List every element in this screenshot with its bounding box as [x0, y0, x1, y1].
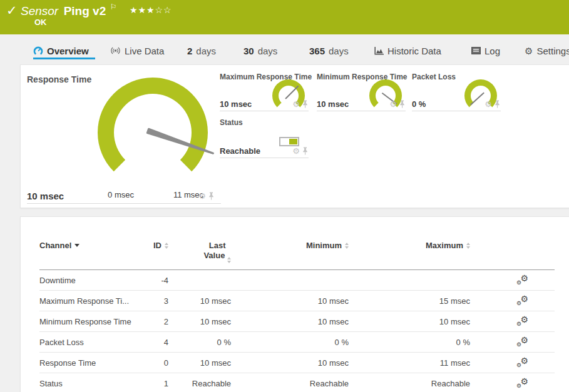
gear-icon: ⚙: [525, 46, 533, 56]
channel-settings-icon[interactable]: ⚙⚙: [517, 357, 528, 367]
column-header-channel[interactable]: Channel: [39, 241, 79, 250]
tab-label: Log: [484, 46, 500, 56]
gauge-title: Status: [220, 118, 243, 127]
column-header-last-value[interactable]: LastValue: [203, 241, 231, 263]
table-row-packet-loss[interactable]: Packet Loss 4 0 % 0 % 0 % ⚙⚙: [39, 332, 555, 353]
gauge-value: 10 msec: [317, 99, 349, 109]
gauge-actions: ⚙: [198, 192, 215, 200]
tab-number: 2: [187, 46, 192, 56]
gauge-value: 10 msec: [27, 191, 64, 201]
response-time-gauge: [84, 70, 222, 203]
tab-number: 30: [243, 46, 254, 56]
tab-bar: Overview Live Data 2 days 30 days 365 da…: [0, 34, 569, 64]
tab-30-days[interactable]: 30 days: [243, 43, 277, 58]
pin-icon[interactable]: [302, 147, 309, 155]
channel-maximum: 11 msec: [349, 358, 470, 368]
tab-number: 365: [309, 46, 325, 56]
packet-loss-gauge: [461, 77, 500, 114]
tab-unit: days: [258, 46, 278, 56]
gauge-title: Packet Loss: [412, 73, 456, 81]
gauge-settings-icon[interactable]: ⚙: [484, 100, 492, 108]
pin-icon[interactable]: [399, 100, 406, 108]
table-row-downtime[interactable]: Downtime -4 ⚙⚙: [39, 270, 555, 291]
priority-stars[interactable]: ★★★☆☆: [130, 5, 172, 15]
tab-live-data[interactable]: Live Data: [110, 43, 164, 58]
column-header-minimum[interactable]: Minimum: [306, 241, 349, 250]
channel-name: Packet Loss: [39, 338, 133, 347]
channel-name: Status: [39, 379, 133, 388]
gauge-needle: [471, 93, 484, 104]
channel-id: 4: [133, 338, 168, 347]
tab-label: Live Data: [125, 46, 164, 56]
status-block: Status Reachable ⚙: [220, 118, 309, 158]
channel-id: -4: [133, 276, 168, 285]
channel-minimum: 10 msec: [231, 358, 349, 368]
stars-empty: ☆☆: [155, 5, 172, 15]
sensor-name: Ping v2: [64, 4, 106, 18]
tab-log[interactable]: Log: [471, 43, 500, 58]
channel-minimum: Reachable: [231, 379, 349, 388]
gauge-settings-icon[interactable]: ⚙: [389, 100, 397, 108]
gauge-value: 0 %: [412, 99, 426, 109]
channel-last-value: 10 msec: [168, 296, 231, 306]
tab-settings[interactable]: ⚙ Settings: [525, 43, 569, 58]
channel-settings-icon[interactable]: ⚙⚙: [517, 378, 528, 388]
channel-name: Minimum Response Time: [39, 317, 133, 326]
pin-icon[interactable]: [494, 100, 501, 108]
sort-icon: [466, 243, 470, 249]
channel-id: 0: [133, 358, 168, 368]
channel-settings-icon[interactable]: ⚙⚙: [517, 295, 528, 305]
max-response-time-gauge: [269, 77, 308, 114]
column-header-maximum[interactable]: Maximum: [426, 241, 470, 250]
table-row-maximum-response-time[interactable]: Maximum Response Ti... 3 10 msec 10 msec…: [39, 291, 555, 311]
channel-table-panel: Channel ID LastValue Minimum Maximum Dow…: [20, 216, 569, 392]
tab-label: Settings: [536, 46, 569, 56]
status-badge: OK: [34, 18, 47, 27]
channel-last-value: Reachable: [168, 379, 231, 388]
gauge-scale-min: 0 msec: [96, 190, 146, 199]
table-row-minimum-response-time[interactable]: Minimum Response Time 2 10 msec 10 msec …: [39, 311, 555, 332]
gauge-needle: [285, 86, 299, 99]
channel-maximum: 10 msec: [349, 317, 470, 326]
gauge-title: Response Time: [27, 74, 91, 84]
channel-settings-icon[interactable]: ⚙⚙: [517, 316, 528, 326]
gauge-settings-icon[interactable]: ⚙: [198, 192, 206, 200]
tab-overview[interactable]: Overview: [33, 43, 89, 58]
sort-icon: [227, 257, 231, 263]
broadcast-icon: [110, 46, 121, 55]
tab-unit: days: [196, 46, 216, 56]
response-time-gauge-block: Response Time 0 msec 11 msec 10 msec ⚙: [27, 71, 221, 204]
tab-2-days[interactable]: 2 days: [187, 43, 216, 58]
channel-last-value: 10 msec: [168, 317, 231, 326]
channel-name: Maximum Response Ti...: [39, 296, 133, 306]
gauge-actions: ⚙: [292, 147, 309, 155]
channel-maximum: 15 msec: [349, 296, 470, 306]
gauge-settings-icon[interactable]: ⚙: [292, 100, 300, 108]
channel-settings-icon[interactable]: ⚙⚙: [517, 274, 528, 284]
sensor-header: ✓ Sensor Ping v2 ⚐ ★★★☆☆ OK: [0, 0, 569, 34]
gauge-actions: ⚙: [292, 100, 309, 108]
column-header-id[interactable]: ID: [153, 241, 168, 250]
table-row-status[interactable]: Status 1 Reachable Reachable Reachable ⚙…: [39, 373, 555, 392]
status-indicator: [279, 137, 299, 146]
chart-icon: [374, 47, 384, 55]
tab-365-days[interactable]: 365 days: [309, 43, 349, 58]
tab-historic-data[interactable]: Historic Data: [374, 43, 441, 58]
gauge-settings-icon[interactable]: ⚙: [292, 147, 300, 155]
channel-maximum: Reachable: [349, 379, 470, 388]
tab-label: Historic Data: [387, 46, 441, 56]
channel-name: Downtime: [39, 276, 133, 285]
log-icon: [471, 47, 481, 54]
status-check-icon: ✓: [6, 3, 18, 18]
flag-icon[interactable]: ⚐: [110, 3, 117, 11]
gauge-actions: ⚙: [484, 100, 501, 108]
pin-icon[interactable]: [208, 192, 215, 200]
min-response-time-gauge: [366, 77, 405, 114]
sensor-title: Sensor Ping v2 ⚐ ★★★☆☆: [21, 3, 172, 18]
channel-settings-icon[interactable]: ⚙⚙: [517, 336, 528, 346]
table-row-response-time[interactable]: Response Time 0 10 msec 10 msec 11 msec …: [39, 353, 555, 373]
overview-panel: Response Time 0 msec 11 msec 10 msec ⚙ M…: [20, 64, 569, 208]
pin-icon[interactable]: [302, 100, 309, 108]
prtg-sensor-page: ✓ Sensor Ping v2 ⚐ ★★★☆☆ OK Overview: [0, 0, 569, 392]
active-tab-indicator: [33, 58, 95, 59]
